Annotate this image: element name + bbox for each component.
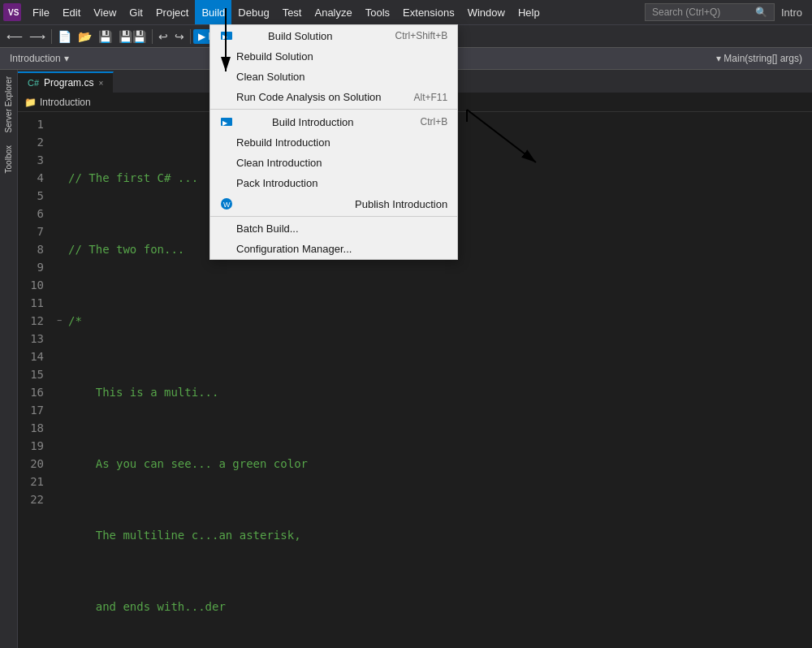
sep-2	[210, 216, 457, 217]
menu-help[interactable]: Help	[512, 0, 546, 24]
debug-target-label: Introduction	[10, 53, 61, 64]
fold-4[interactable]	[57, 383, 67, 401]
svg-text:▶: ▶	[222, 119, 228, 127]
menu-build-solution[interactable]: ▶ Build Solution Ctrl+Shift+B	[210, 25, 457, 46]
menu-project[interactable]: Project	[149, 0, 195, 24]
menu-analyze[interactable]: Analyze	[308, 0, 358, 24]
left-sidebar: Server Explorer Toolbox	[0, 70, 18, 648]
menu-bar: VS File Edit View Git Project Build Debu…	[0, 0, 812, 24]
breadcrumb-label: Introduction	[40, 97, 91, 108]
menu-build-introduction[interactable]: ▶ Build Introduction Ctrl+B	[210, 111, 457, 132]
menu-run-code-analysis[interactable]: Run Code Analysis on Solution Alt+F11	[210, 87, 457, 107]
vs-logo: VS	[3, 3, 21, 21]
rebuild-introduction-label: Rebuild Introduction	[236, 136, 330, 149]
code-text-5b: a green color	[212, 455, 308, 473]
run-code-analysis-shortcut: Alt+F11	[414, 92, 448, 103]
menu-configuration-manager[interactable]: Configuration Manager...	[210, 239, 457, 259]
line-numbers: 1 2 3 4 5 6 7 8 9 10 11 12 13 14 15 16 1…	[18, 112, 50, 648]
menu-test[interactable]: Test	[276, 0, 309, 24]
sep2	[152, 29, 153, 44]
svg-text:▶: ▶	[222, 33, 228, 41]
intro-label: Intro	[775, 3, 809, 22]
menu-tools[interactable]: Tools	[359, 0, 396, 24]
breadcrumb-introduction[interactable]: 📁 Introduction	[24, 97, 91, 108]
code-text-6: The multiline c...	[68, 526, 218, 544]
toolbar-save-all[interactable]: 💾💾	[115, 28, 149, 45]
fold-1[interactable]	[57, 169, 67, 187]
folder-icon: 📁	[24, 97, 37, 108]
sidebar-toolbox[interactable]: Toolbox	[2, 139, 15, 179]
menu-edit[interactable]: Edit	[56, 0, 87, 24]
code-text-2: // The two fon...	[68, 240, 184, 258]
build-solution-icon: ▶	[220, 29, 233, 42]
fold-7[interactable]	[57, 598, 67, 616]
search-box[interactable]: Search (Ctrl+Q) 🔍	[645, 3, 775, 21]
sep1	[51, 29, 52, 44]
clean-introduction-label: Clean Introduction	[236, 157, 322, 169]
fold-6[interactable]	[57, 526, 67, 544]
sidebar-server-explorer[interactable]: Server Explorer	[2, 70, 15, 139]
debug-target-select[interactable]: Introduction ▾	[3, 53, 76, 64]
tab-icon: C#	[28, 78, 39, 88]
toolbar-open[interactable]: 📂	[75, 28, 95, 45]
pack-introduction-label: Pack Introduction	[236, 177, 317, 189]
menu-git[interactable]: Git	[123, 0, 149, 24]
search-icon: 🔍	[755, 6, 767, 18]
toolbar-redo[interactable]: ↪	[171, 28, 188, 45]
code-text-6b: an asterisk,	[218, 526, 300, 544]
main-args-select[interactable]: ▾ Main(string[] args)	[710, 53, 809, 64]
menu-rebuild-introduction[interactable]: Rebuild Introduction	[210, 132, 457, 153]
publish-intro-icon: W	[220, 197, 233, 210]
menu-view[interactable]: View	[87, 0, 123, 24]
build-introduction-label: Build Introduction	[272, 116, 353, 128]
menu-extensions[interactable]: Extensions	[396, 0, 461, 24]
fold-2[interactable]	[57, 240, 67, 258]
menu-clean-introduction[interactable]: Clean Introduction	[210, 153, 457, 173]
tab-program-cs[interactable]: C# Program.cs ×	[18, 71, 114, 93]
menu-pack-introduction[interactable]: Pack Introduction	[210, 173, 457, 193]
sep3	[190, 29, 191, 44]
svg-text:W: W	[223, 201, 231, 209]
configuration-manager-label: Configuration Manager...	[236, 243, 352, 255]
search-placeholder: Search (Ctrl+Q)	[652, 6, 720, 18]
toolbar-back-btn[interactable]: ⟵	[3, 28, 26, 45]
svg-text:VS: VS	[8, 8, 19, 17]
menu-clean-solution[interactable]: Clean Solution	[210, 67, 457, 87]
sep-1	[210, 109, 457, 110]
code-text-4: This is a multi...	[68, 383, 218, 401]
code-line-4: This is a multi...	[57, 383, 812, 401]
code-line-5: As you can see... a green color	[57, 455, 812, 473]
menu-batch-build[interactable]: Batch Build...	[210, 218, 457, 239]
build-intro-icon: ▶	[220, 115, 233, 128]
main-args-label: ▾ Main(string[] args)	[716, 53, 802, 64]
code-text-7: and ends with...	[68, 598, 205, 616]
tab-label: Program.cs	[44, 77, 93, 89]
menu-file[interactable]: File	[26, 0, 56, 24]
menu-debug[interactable]: Debug	[231, 0, 275, 24]
code-text-3: /*	[68, 312, 82, 330]
fold-5[interactable]	[57, 455, 67, 473]
tab-close-icon[interactable]: ×	[98, 79, 103, 88]
menu-publish-introduction[interactable]: W Publish Introduction	[210, 193, 457, 214]
code-text-5: As you can see...	[68, 455, 212, 473]
menu-window[interactable]: Window	[461, 0, 512, 24]
menu-rebuild-solution[interactable]: Rebuild Solution	[210, 46, 457, 67]
build-solution-shortcut: Ctrl+Shift+B	[395, 30, 448, 41]
toolbar-undo[interactable]: ↩	[155, 28, 171, 45]
toolbar-forward-btn[interactable]: ⟶	[26, 28, 49, 45]
rebuild-solution-label: Rebuild Solution	[236, 50, 313, 63]
toolbar-new-project[interactable]: 📄	[54, 28, 75, 45]
fold-3[interactable]: −	[57, 312, 67, 330]
publish-introduction-label: Publish Introduction	[355, 198, 447, 210]
code-line-3: − /*	[57, 312, 812, 330]
chevron-down-icon: ▾	[64, 53, 69, 64]
build-dropdown-menu: ▶ Build Solution Ctrl+Shift+B Rebuild So…	[209, 24, 458, 260]
code-line-6: The multiline c... an asterisk,	[57, 526, 812, 544]
run-code-analysis-label: Run Code Analysis on Solution	[236, 91, 382, 103]
menu-build[interactable]: Build	[195, 0, 231, 24]
code-line-7: and ends with... der	[57, 598, 812, 616]
code-text-1: // The first C# ...	[68, 169, 198, 187]
toolbar-save[interactable]: 💾	[95, 28, 115, 45]
build-introduction-shortcut: Ctrl+B	[421, 116, 448, 127]
batch-build-label: Batch Build...	[236, 222, 299, 235]
